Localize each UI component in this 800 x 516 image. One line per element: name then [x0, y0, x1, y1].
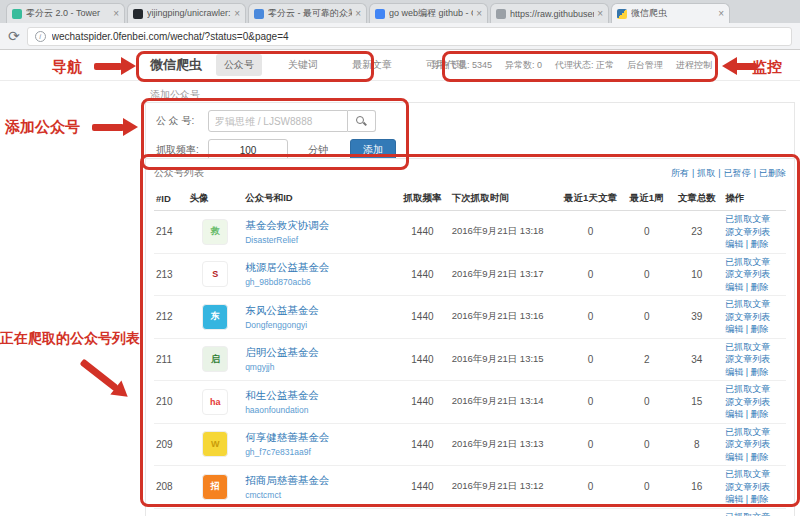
account-id-link[interactable]: Dongfenggongyi [245, 320, 393, 330]
op-line: 源文章列表 [725, 396, 784, 409]
account-id-link[interactable]: qmgyjjh [245, 362, 393, 372]
tab-raw[interactable]: https://raw.githubusercontent...× [490, 3, 609, 23]
op-line: 已抓取文章 [725, 298, 784, 311]
source-articles-link[interactable]: 源文章列表 [725, 269, 770, 279]
search-account-button[interactable] [348, 110, 376, 132]
op-line: 已抓取文章 [725, 256, 784, 269]
crawling-annotation-label: 正在爬取的公众号列表 [0, 330, 140, 348]
crawl-frequency: 1440 [395, 211, 450, 254]
tab-google[interactable]: go web编程 github - Google 搜...× [369, 3, 488, 23]
account-name-link[interactable]: 启明公益基金会 [245, 346, 393, 360]
fetched-articles-link[interactable]: 已抓取文章 [725, 342, 770, 352]
account-id-link[interactable]: DisasterRelief [245, 235, 393, 245]
edit-link[interactable]: 编辑 [725, 367, 743, 377]
account-name-link[interactable]: 基金会救灾协调会 [245, 219, 393, 233]
fetched-articles-link[interactable]: 已抓取文章 [725, 384, 770, 394]
process-link[interactable]: 进程控制 [676, 59, 712, 72]
account-id-link[interactable]: gh_f7c7e831aa9f [245, 447, 393, 457]
tab-github[interactable]: yijingping/unicrawler: 一个...× [127, 3, 246, 23]
account-name-link[interactable]: 桃源居公益基金会 [245, 261, 393, 275]
next-crawl-time: 2016年9月21日 13:12 [450, 466, 558, 509]
address-bar[interactable]: i wechatspider.0fenbei.com/wechat/?statu… [27, 27, 792, 46]
tab-close-icon[interactable]: × [476, 9, 482, 19]
row-id: 207 [154, 508, 187, 516]
source-articles-link[interactable]: 源文章列表 [725, 397, 770, 407]
tab-close-icon[interactable]: × [597, 9, 603, 19]
edit-link[interactable]: 编辑 [725, 324, 743, 334]
articles-1day: 0 [558, 466, 623, 509]
tab-spider[interactable]: 微信爬虫× [611, 3, 730, 23]
fetched-articles-link[interactable]: 已抓取文章 [725, 469, 770, 479]
account-input[interactable] [208, 110, 348, 132]
account-id-link[interactable]: gh_98bd870acb6 [245, 277, 393, 287]
fetched-articles-link[interactable]: 已抓取文章 [725, 257, 770, 267]
op-line: 编辑 | 删除 [725, 323, 784, 336]
op-separator: | [743, 239, 750, 249]
articles-1day: 0 [558, 381, 623, 424]
error-count[interactable]: 异常数: 0 [505, 59, 542, 72]
nav-item-公众号[interactable]: 公众号 [216, 54, 262, 76]
op-line: 已抓取文章 [725, 213, 784, 226]
nav-item-关键词[interactable]: 关键词 [280, 54, 326, 76]
tab-fenbei[interactable]: 零分云 - 最可靠的众筹产品信息× [248, 3, 367, 23]
op-separator: | [743, 452, 750, 462]
delete-link[interactable]: 删除 [751, 494, 769, 504]
add-annotation-arrow [92, 118, 138, 136]
tab-close-icon[interactable]: × [113, 9, 119, 19]
name-cell: 和生公益基金会haaonfoundation [243, 381, 395, 424]
delete-link[interactable]: 删除 [751, 452, 769, 462]
account-name-link[interactable]: 何享健慈善基金会 [245, 431, 393, 445]
tab-tower[interactable]: 零分云 2.0 - Tower× [6, 3, 125, 23]
tab-close-icon[interactable]: × [234, 9, 240, 19]
account-table: #ID头像公众号和ID抓取频率下次抓取时间最近1天文章最近1周文章总数操作 21… [154, 187, 786, 516]
edit-link[interactable]: 编辑 [725, 452, 743, 462]
fetched-articles-link[interactable]: 已抓取文章 [725, 427, 770, 437]
account-id-link[interactable]: cmctcmct [245, 490, 393, 500]
filter-已暂停[interactable]: 已暂停 [724, 168, 751, 178]
filter-所有[interactable]: 所有 [671, 168, 689, 178]
source-articles-link[interactable]: 源文章列表 [725, 482, 770, 492]
page-info-icon[interactable]: i [35, 31, 46, 42]
account-avatar: 救 [202, 219, 228, 245]
tab-close-icon[interactable]: × [718, 9, 724, 19]
source-articles-link[interactable]: 源文章列表 [725, 227, 770, 237]
app-brand[interactable]: 微信爬虫 [150, 56, 202, 74]
proxy-status[interactable]: 代理状态: 正常 [555, 59, 614, 72]
source-articles-link[interactable]: 源文章列表 [725, 439, 770, 449]
tab-close-icon[interactable]: × [355, 9, 361, 19]
nav-item-最新文章[interactable]: 最新文章 [344, 54, 400, 76]
delete-link[interactable]: 删除 [751, 409, 769, 419]
edit-link[interactable]: 编辑 [725, 494, 743, 504]
source-articles-link[interactable]: 源文章列表 [725, 354, 770, 364]
filter-已删除[interactable]: 已删除 [759, 168, 786, 178]
edit-link[interactable]: 编辑 [725, 409, 743, 419]
account-name-link[interactable]: 招商局慈善基金会 [245, 474, 393, 488]
delete-link[interactable]: 删除 [751, 367, 769, 377]
account-name-link[interactable]: 和生公益基金会 [245, 389, 393, 403]
source-articles-link[interactable]: 源文章列表 [725, 312, 770, 322]
edit-link[interactable]: 编辑 [725, 239, 743, 249]
filter-separator: | [692, 168, 694, 178]
next-crawl-time: 2016年9月21日 13:14 [450, 381, 558, 424]
delete-link[interactable]: 删除 [751, 282, 769, 292]
pending-downloads[interactable]: 等待下载: 5345 [431, 59, 492, 72]
reload-icon[interactable]: ⟳ [8, 29, 20, 43]
account-name-link[interactable]: 东风公益基金会 [245, 304, 393, 318]
fetched-articles-link[interactable]: 已抓取文章 [725, 214, 770, 224]
fetched-articles-link[interactable]: 已抓取文章 [725, 299, 770, 309]
delete-link[interactable]: 删除 [751, 324, 769, 334]
tab-title: 零分云 - 最可靠的众筹产品信息 [268, 7, 352, 20]
crawl-frequency: 1440 [395, 508, 450, 516]
account-id-link[interactable]: haaonfoundation [245, 405, 393, 415]
name-cell: 基金会救灾协调会DisasterRelief [243, 211, 395, 254]
account-avatar: 启 [202, 346, 228, 372]
fetched-articles-link[interactable]: 已抓取文章 [725, 512, 770, 516]
admin-link[interactable]: 后台管理 [627, 59, 663, 72]
delete-link[interactable]: 删除 [751, 239, 769, 249]
avatar-cell: 88 [187, 508, 243, 516]
tab-spider-favicon [617, 9, 627, 19]
filter-抓取[interactable]: 抓取 [697, 168, 715, 178]
column-header: 头像 [187, 187, 243, 211]
op-line: 已抓取文章 [725, 468, 784, 481]
edit-link[interactable]: 编辑 [725, 282, 743, 292]
